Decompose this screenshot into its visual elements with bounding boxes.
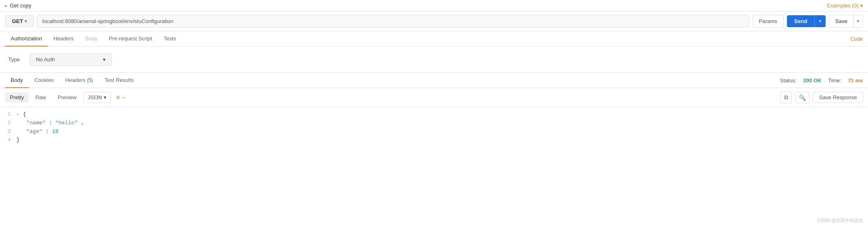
response-toolbar-right: ⧉ 🔍 Save Response xyxy=(780,91,863,103)
save-response-button[interactable]: Save Response xyxy=(813,92,863,103)
format-preview-button[interactable]: Preview xyxy=(53,92,81,103)
time-value: 71 ms xyxy=(848,77,863,84)
format-pretty-button[interactable]: Pretty xyxy=(5,92,29,103)
get-copy-title: ▸ Get copy xyxy=(5,2,31,9)
resp-tab-headers[interactable]: Headers (5) xyxy=(60,73,99,88)
examples-link[interactable]: Examples (0) ▾ xyxy=(827,2,863,9)
resp-tab-cookies[interactable]: Cookies xyxy=(29,73,60,88)
resp-tab-test-results[interactable]: Test Results xyxy=(99,73,140,88)
search-button[interactable]: 🔍 xyxy=(795,92,810,103)
search-icon: 🔍 xyxy=(799,94,806,101)
headers-badge: (5) xyxy=(87,77,93,83)
json-select-label: JSON xyxy=(88,94,102,100)
auth-section: Type No Auth ▾ xyxy=(0,47,868,73)
method-select[interactable]: GET ▾ xyxy=(5,15,34,27)
wrap-icon-button[interactable]: ≡→ xyxy=(113,92,130,103)
request-tabs: Authorization Headers Body Pre-request S… xyxy=(0,31,868,47)
code-line-3: 3 "age" : 18 xyxy=(0,128,868,136)
copy-icon: ⧉ xyxy=(784,94,788,100)
url-input[interactable] xyxy=(37,15,749,28)
send-dropdown-button[interactable]: ▾ xyxy=(814,15,826,27)
code-line-2: 2 "name" : "hello" , xyxy=(0,119,868,128)
code-link[interactable]: Code xyxy=(850,36,863,42)
save-button[interactable]: Save xyxy=(829,15,853,27)
response-tabs-bar: Body Cookies Headers (5) Test Results St… xyxy=(0,73,868,88)
response-toolbar-left: Pretty Raw Preview JSON ▾ ≡→ xyxy=(5,92,130,103)
request-title: Get copy xyxy=(10,2,31,9)
format-raw-button[interactable]: Raw xyxy=(30,92,51,103)
save-group: Save ▾ xyxy=(829,15,863,28)
response-tabs-left: Body Cookies Headers (5) Test Results xyxy=(5,73,140,88)
status-label: Status: xyxy=(780,77,796,84)
code-area: 1 ▾ { 2 "name" : "hello" , 3 "age" : 18 … xyxy=(0,107,868,148)
tab-tests[interactable]: Tests xyxy=(158,31,182,47)
tab-authorization[interactable]: Authorization xyxy=(5,31,48,47)
method-label: GET xyxy=(12,18,23,24)
auth-select-chevron-icon: ▾ xyxy=(103,56,106,63)
examples-chevron-icon: ▾ xyxy=(860,2,863,9)
json-format-select[interactable]: JSON ▾ xyxy=(83,92,111,103)
copy-button[interactable]: ⧉ xyxy=(780,91,792,103)
save-dropdown-button[interactable]: ▾ xyxy=(853,15,863,27)
tab-pre-request-script[interactable]: Pre-request Script xyxy=(103,31,158,47)
code-line-1: 1 ▾ { xyxy=(0,110,868,119)
send-group: Send ▾ xyxy=(787,15,826,27)
status-value: 200 OK xyxy=(803,77,821,84)
time-label: Time: xyxy=(828,77,841,84)
request-tabs-left: Authorization Headers Body Pre-request S… xyxy=(5,31,182,46)
method-chevron-icon: ▾ xyxy=(25,19,27,23)
resp-tab-body[interactable]: Body xyxy=(5,73,29,88)
send-button[interactable]: Send xyxy=(787,15,815,27)
top-bar: ▸ Get copy Examples (0) ▾ xyxy=(0,0,868,12)
auth-type-label: Type xyxy=(8,56,20,63)
response-status: Status: 200 OK Time: 71 ms xyxy=(780,77,863,84)
tab-headers[interactable]: Headers xyxy=(48,31,79,47)
url-bar: GET ▾ Params Send ▾ Save ▾ xyxy=(0,12,868,31)
tab-body[interactable]: Body xyxy=(79,31,103,47)
code-line-4: 4 } xyxy=(0,136,868,144)
auth-select-value: No Auth xyxy=(36,56,55,63)
fold-arrow-icon[interactable]: ▾ xyxy=(16,112,19,117)
json-chevron-icon: ▾ xyxy=(104,94,107,100)
params-button[interactable]: Params xyxy=(753,15,784,28)
response-toolbar: Pretty Raw Preview JSON ▾ ≡→ ⧉ 🔍 Save Re… xyxy=(0,88,868,107)
auth-type-select[interactable]: No Auth ▾ xyxy=(30,53,112,66)
wrap-lines-icon: ≡→ xyxy=(116,94,126,101)
